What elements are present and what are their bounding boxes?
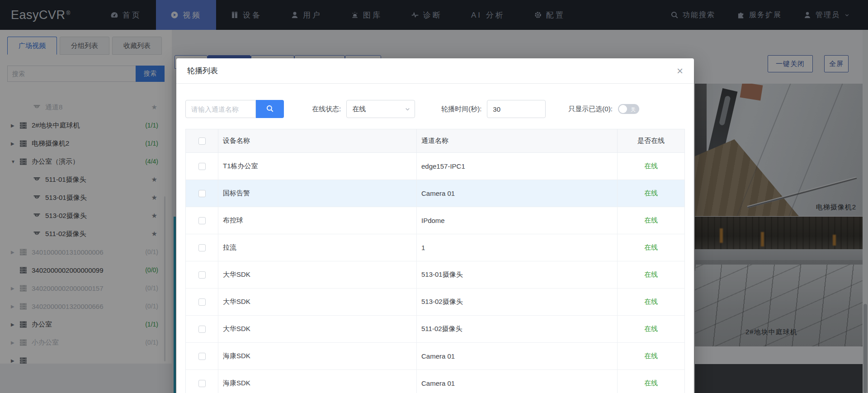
- online-status-cell: 在线: [618, 153, 684, 180]
- row-checkbox[interactable]: [198, 353, 206, 360]
- table-row[interactable]: 拉流 1 在线: [186, 234, 684, 261]
- online-status-value: 在线: [352, 105, 366, 114]
- row-checkbox[interactable]: [198, 163, 206, 170]
- table-row[interactable]: 海康SDK Camera 01 在线: [186, 370, 684, 393]
- online-status-label: 在线状态:: [312, 105, 341, 114]
- modal-title: 轮播列表: [187, 66, 218, 76]
- channel-name-cell: 511-02摄像头: [417, 316, 618, 342]
- channel-name-cell: IPdome: [417, 207, 618, 234]
- search-icon: [266, 104, 274, 114]
- row-checkbox[interactable]: [198, 190, 206, 197]
- channel-search-input[interactable]: [185, 100, 256, 118]
- row-checkbox[interactable]: [198, 298, 206, 306]
- modal-header: 轮播列表 ×: [176, 58, 694, 84]
- toggle-off-label: 关: [631, 106, 636, 113]
- interval-input[interactable]: [487, 100, 546, 118]
- table-row[interactable]: 海康SDK Camera 01 在线: [186, 343, 684, 370]
- device-name-cell: 大华SDK: [218, 316, 417, 342]
- row-checkbox[interactable]: [198, 380, 206, 387]
- online-status-cell: 在线: [618, 316, 684, 342]
- device-name-cell: T1栋办公室: [218, 153, 417, 180]
- table-row[interactable]: 大华SDK 513-02摄像头 在线: [186, 289, 684, 316]
- device-name-cell: 布控球: [218, 207, 417, 234]
- online-status-cell: 在线: [618, 261, 684, 288]
- row-checkbox[interactable]: [198, 326, 206, 333]
- chevron-down-icon: [404, 106, 411, 113]
- device-name-cell: 海康SDK: [218, 370, 417, 393]
- close-icon[interactable]: ×: [677, 66, 683, 76]
- header-channel-name: 通道名称: [417, 129, 618, 152]
- channel-name-cell: Camera 01: [417, 343, 618, 369]
- filter-row: 在线状态: 在线 轮播时间(秒): 只显示已选(0): 关: [185, 100, 685, 118]
- online-status-cell: 在线: [618, 207, 684, 234]
- row-checkbox[interactable]: [198, 271, 206, 279]
- table-header: 设备名称 通道名称 是否在线: [186, 129, 684, 153]
- device-name-cell: 海康SDK: [218, 343, 417, 369]
- channel-search-button[interactable]: [256, 100, 284, 118]
- selected-only-label: 只显示已选(0):: [568, 105, 613, 114]
- device-name-cell: 大华SDK: [218, 261, 417, 288]
- select-all-checkbox[interactable]: [198, 137, 206, 145]
- device-name-cell: 大华SDK: [218, 289, 417, 315]
- channel-name-cell: 513-01摄像头: [417, 261, 618, 288]
- modal-body: 在线状态: 在线 轮播时间(秒): 只显示已选(0): 关 设备名称 通道名称 …: [176, 84, 694, 393]
- table-row[interactable]: 大华SDK 513-01摄像头 在线: [186, 261, 684, 289]
- device-name-cell: 拉流: [218, 234, 417, 261]
- online-status-cell: 在线: [618, 343, 684, 369]
- selected-only-toggle[interactable]: 关: [618, 104, 639, 114]
- channel-name-cell: edge157-IPC1: [417, 153, 618, 180]
- table-row[interactable]: 国标告警 Camera 01 在线: [186, 180, 684, 207]
- carousel-list-modal: 轮播列表 × 在线状态: 在线 轮播时间(秒): 只显示已选(0): 关 设备名…: [176, 58, 694, 393]
- header-online-status: 是否在线: [618, 129, 684, 152]
- table-body: T1栋办公室 edge157-IPC1 在线 国标告警 Camera 01 在线…: [186, 153, 684, 393]
- table-row[interactable]: 布控球 IPdome 在线: [186, 207, 684, 234]
- toggle-knob: [619, 105, 627, 113]
- online-status-select[interactable]: 在线: [346, 100, 415, 118]
- row-checkbox[interactable]: [198, 244, 206, 251]
- table-row[interactable]: 大华SDK 511-02摄像头 在线: [186, 316, 684, 343]
- header-device-name: 设备名称: [218, 129, 417, 152]
- device-name-cell: 国标告警: [218, 180, 417, 207]
- online-status-cell: 在线: [618, 370, 684, 393]
- channel-name-cell: Camera 01: [417, 370, 618, 393]
- interval-label: 轮播时间(秒):: [441, 105, 481, 114]
- online-status-cell: 在线: [618, 289, 684, 315]
- online-status-cell: 在线: [618, 180, 684, 207]
- online-status-cell: 在线: [618, 234, 684, 261]
- table-row[interactable]: T1栋办公室 edge157-IPC1 在线: [186, 153, 684, 180]
- channel-name-cell: 1: [417, 234, 618, 261]
- channel-name-cell: Camera 01: [417, 180, 618, 207]
- channel-name-cell: 513-02摄像头: [417, 289, 618, 315]
- channel-table: 设备名称 通道名称 是否在线 T1栋办公室 edge157-IPC1 在线 国标…: [185, 129, 685, 393]
- row-checkbox[interactable]: [198, 217, 206, 224]
